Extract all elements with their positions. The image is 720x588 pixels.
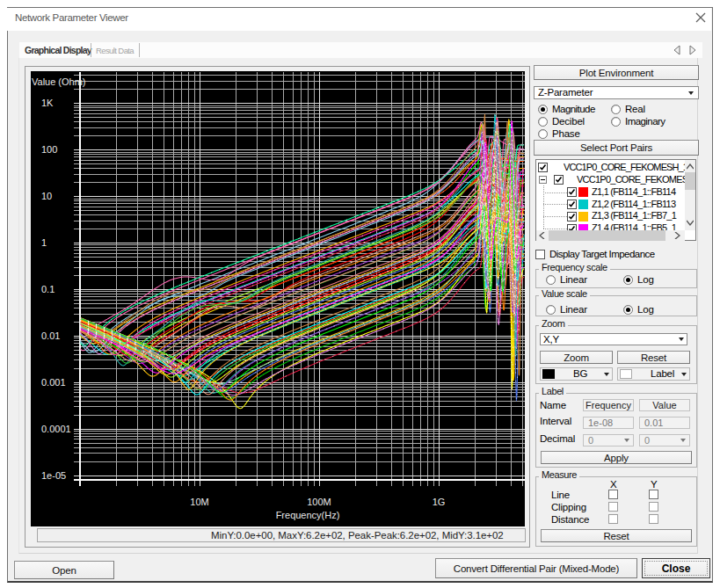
svg-text:0.001: 0.001 [41, 377, 66, 388]
svg-text:0.0001: 0.0001 [41, 424, 71, 434]
svg-text:100: 100 [41, 144, 57, 155]
svg-text:Value (Ohm): Value (Ohm) [32, 76, 86, 87]
svg-text:1e-05: 1e-05 [41, 470, 66, 481]
svg-text:100M: 100M [307, 497, 331, 507]
svg-text:10: 10 [41, 191, 52, 201]
svg-text:10M: 10M [190, 497, 208, 507]
svg-text:1K: 1K [41, 98, 54, 108]
svg-text:1: 1 [41, 237, 47, 248]
svg-text:Frequency(Hz): Frequency(Hz) [276, 510, 340, 520]
svg-text:0.01: 0.01 [41, 330, 60, 341]
svg-text:1G: 1G [433, 497, 446, 507]
svg-text:0.1: 0.1 [41, 284, 55, 294]
